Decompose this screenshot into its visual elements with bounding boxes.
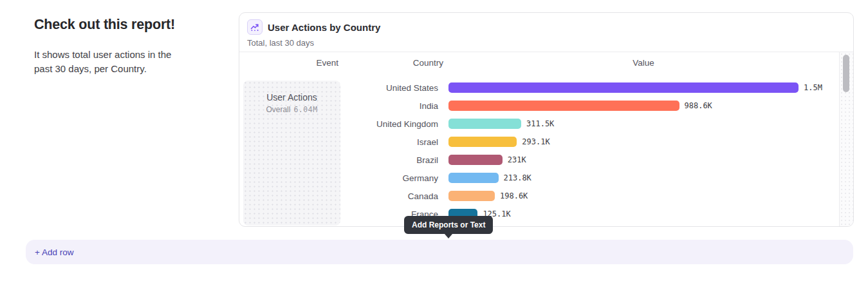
card-header: User Actions by Country Total, last 30 d… xyxy=(239,13,853,52)
report-card[interactable]: User Actions by Country Total, last 30 d… xyxy=(239,12,854,227)
value-bar[interactable] xyxy=(448,191,495,201)
column-header-value: Value xyxy=(448,58,838,68)
country-label: United States xyxy=(239,83,438,93)
value-label: 231K xyxy=(508,155,526,164)
column-headers: Event Country Value xyxy=(239,58,838,70)
column-header-country: Country xyxy=(342,58,443,68)
add-row-button[interactable]: + Add row xyxy=(26,240,853,264)
value-label: 311.5K xyxy=(526,119,554,128)
chart-row: Israel293.1K xyxy=(239,133,839,151)
column-header-event: Event xyxy=(243,58,338,68)
intro-block: Check out this report! It shows total us… xyxy=(34,15,195,76)
vertical-scrollbar-thumb[interactable] xyxy=(843,55,849,92)
card-title: User Actions by Country xyxy=(268,22,380,33)
value-bar[interactable] xyxy=(448,101,679,111)
value-bar[interactable] xyxy=(448,119,521,129)
value-label: 198.6K xyxy=(500,191,528,200)
country-label: Israel xyxy=(239,137,438,147)
value-label: 1.5M xyxy=(804,83,822,92)
tooltip-label: Add Reports or Text xyxy=(412,220,485,229)
page-description: It shows total user actions in the past … xyxy=(34,48,185,76)
value-bar[interactable] xyxy=(448,82,799,93)
chart-row: India988.6K xyxy=(239,97,839,115)
chart-row: United Kingdom311.5K xyxy=(239,115,839,133)
report-page: Check out this report! It shows total us… xyxy=(0,0,868,281)
country-label: United Kingdom xyxy=(239,119,438,129)
chart-rows: United States1.5MIndia988.6KUnited Kingd… xyxy=(239,79,839,226)
country-label: Brazil xyxy=(239,155,438,165)
country-label: Germany xyxy=(239,173,438,183)
value-bar[interactable] xyxy=(448,155,503,165)
value-bar[interactable] xyxy=(448,173,499,183)
value-label: 213.8K xyxy=(504,173,531,182)
chart-row: United States1.5M xyxy=(239,79,839,97)
page-heading: Check out this report! xyxy=(34,15,195,34)
add-reports-tooltip: Add Reports or Text xyxy=(404,216,493,234)
add-row-label: + Add row xyxy=(35,247,73,257)
vertical-scrollbar-track[interactable] xyxy=(839,52,853,226)
country-label: India xyxy=(239,101,438,111)
value-label: 293.1K xyxy=(522,137,549,146)
value-bar[interactable] xyxy=(448,137,517,147)
value-label: 988.6K xyxy=(685,101,712,110)
line-chart-icon xyxy=(247,19,263,35)
country-label: Canada xyxy=(239,191,438,201)
chart-row: Canada198.6K xyxy=(239,187,839,205)
chart-row: Germany213.8K xyxy=(239,169,839,187)
chart-area: Event Country Value User Actions Overall… xyxy=(239,52,853,226)
chart-row: Brazil231K xyxy=(239,151,839,169)
card-subtitle: Total, last 30 days xyxy=(247,38,845,48)
chart-row: France125.1K xyxy=(239,205,839,223)
tooltip-caret-icon xyxy=(445,234,452,238)
